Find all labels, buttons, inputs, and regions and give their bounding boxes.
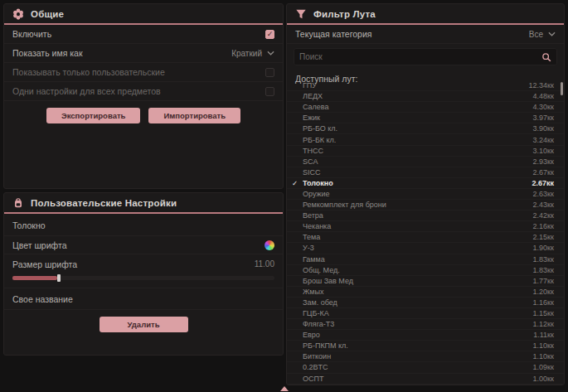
loot-item-name: Ежик [303,114,533,122]
only-custom-row: Показывать только пользовательские [4,63,283,82]
loot-row[interactable]: Жмых 1.20кк [287,287,564,298]
loot-row[interactable]: Ремкомплект для брони 2.43кк [287,200,564,211]
loot-row[interactable]: Ежик 3.97кк [287,113,564,123]
loot-item-name: Толокно [303,179,532,187]
general-panel-header: Общие [4,4,283,25]
name-display-label: Показать имя как [12,48,83,58]
search-box [294,48,557,65]
loot-row[interactable]: Общ. Мед. 1.83кк [287,265,564,276]
same-settings-row: Одни настройки для всех предметов [4,82,283,101]
loot-row[interactable]: У-3 1.90кк [287,243,564,254]
loot-row[interactable]: РБ-БК кл. 3.24кк [287,134,564,145]
loot-item-value: 2.67кк [533,168,554,177]
loot-item-name: 0.2BTC [303,363,533,371]
loot-item-value: 1.20кк [533,288,554,296]
loot-row[interactable]: Евро 1.11кк [287,330,564,341]
export-button[interactable]: Экспортировать [46,108,140,123]
general-panel: Общие Включить ✓ Показать имя как Кратки… [3,3,284,189]
font-size-row: Размер шрифта 11.00 [4,254,283,273]
category-row: Текущая категория Все [287,25,564,44]
category-dropdown[interactable]: Все [529,30,556,39]
loot-list[interactable]: ГПУ 12.34кк ЛЕДХ 4.48кк Салева 4.30кк [287,80,564,385]
name-display-dropdown[interactable]: Краткий [231,49,274,58]
loot-filter-title: Фильтр Лута [313,9,376,19]
loot-row[interactable]: Зам. обед 1.16кк [287,298,564,308]
font-size-slider[interactable] [12,276,274,280]
loot-item-name: РБ-БК кл. [303,136,533,144]
loot-row[interactable]: Чеканка 2.16кк [287,221,564,232]
loot-item-name: Брош Зав Мед [303,277,533,285]
delete-row: Удалить [4,310,283,339]
loot-row[interactable]: Ветра 2.42кк [287,211,564,221]
loot-row[interactable]: Оружие 2.63кк [287,189,564,200]
custom-name-row: Свое название [4,288,283,310]
loot-row[interactable]: Биткоин 1.10кк [287,351,564,362]
loot-item-name: ЛЕДХ [303,92,533,100]
loot-item-value: 1.16кк [533,298,554,307]
loot-row[interactable]: 0.2BTC 1.09кк [287,362,564,373]
font-color-label: Цвет шрифта [12,240,67,250]
loot-item-name: SCA [303,157,533,166]
color-wheel-icon[interactable] [265,240,274,250]
loot-item-value: 2.42кк [533,211,554,220]
loot-item-name: РБ-ПКПМ кл. [303,341,533,350]
loot-item-name: Биткоин [303,352,533,361]
custom-settings-header: Пользовательские Настройки [4,193,283,214]
loot-item-name: Тема [303,233,533,241]
import-button[interactable]: Импортировать [148,108,240,123]
loot-item-value: 1.83кк [533,266,554,274]
same-settings-label: Одни настройки для всех предметов [12,86,161,96]
loot-row[interactable]: ТНСС 3.10кк [287,146,564,157]
loot-row[interactable]: РБ-ПКПМ кл. 1.10кк [287,341,564,351]
window-resize-handle[interactable] [280,386,289,391]
loot-item-value: 4.30кк [533,103,554,111]
loot-item-name: Ремкомплект для брони [303,201,533,209]
loot-row[interactable]: ✓ Толокно 2.67кк [287,178,564,189]
enable-checkbox[interactable]: ✓ [265,30,274,39]
font-color-row: Цвет шрифта [4,235,283,254]
loot-row[interactable]: Тема 2.15кк [287,232,564,243]
loot-row[interactable]: РБ-БО кл. 3.90кк [287,123,564,134]
selected-item-name: Толокно [4,214,283,235]
only-custom-checkbox[interactable] [265,68,274,77]
slider-handle[interactable] [57,274,61,282]
loot-row[interactable]: ОСПТ 1.00кк [287,374,564,385]
loot-row[interactable]: Фляга-Т3 1.12кк [287,319,564,330]
config-window: Общие Включить ✓ Показать имя как Кратки… [0,0,568,392]
loot-item-value: 2.67кк [532,179,554,187]
loot-filter-panel: Фильтр Лута Текущая категория Все Доступ… [286,3,565,385]
custom-name-input[interactable] [83,292,274,307]
loot-row[interactable]: Брош Зав Мед 1.77кк [287,276,564,287]
export-import-row: Экспортировать Импортировать [4,101,283,130]
loot-item-value: 1.10кк [533,352,554,361]
name-display-value: Краткий [231,49,262,58]
loot-row[interactable]: Салева 4.30кк [287,102,564,113]
loot-row[interactable]: Гамма 1.83кк [287,254,564,265]
loot-item-name: ГЦБ-КА [303,309,533,317]
loot-row[interactable]: ЛЕДХ 4.48кк [287,91,564,102]
backpack-icon [12,197,24,209]
loot-item-name: Евро [303,331,533,339]
loot-row[interactable]: ГЦБ-КА 1.15кк [287,308,564,319]
loot-item-value: 3.97кк [533,114,554,122]
scrollbar-thumb[interactable] [561,82,563,95]
font-size-value: 11.00 [255,259,274,269]
same-settings-checkbox[interactable] [265,87,274,96]
loot-item-name: Фляга-Т3 [303,320,533,328]
loot-row[interactable]: SCA 2.93кк [287,157,564,167]
loot-row[interactable]: ГПУ 12.34кк [287,80,564,91]
font-size-slider-wrap [4,273,283,288]
loot-item-value: 1.00кк [533,375,554,383]
delete-button[interactable]: Удалить [100,317,188,332]
loot-item-name: Общ. Мед. [303,266,533,274]
loot-item-value: 1.10кк [533,341,554,350]
custom-name-label: Свое название [12,294,73,304]
slider-fill [12,276,57,280]
loot-item-value: 2.63кк [533,190,554,198]
loot-item-value: 4.48кк [533,92,554,100]
search-input[interactable] [299,52,541,61]
loot-item-name: ОСПТ [303,375,533,383]
search-icon[interactable] [541,52,551,62]
loot-row[interactable]: SICC 2.67кк [287,167,564,178]
loot-item-name: Оружие [303,190,533,198]
